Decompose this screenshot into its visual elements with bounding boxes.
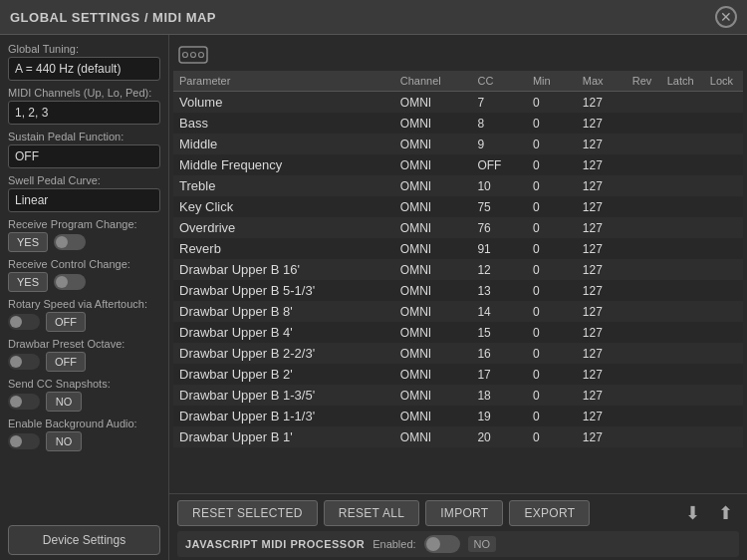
cell-lock — [704, 322, 743, 343]
cell-lock — [704, 154, 743, 175]
receive-pc-toggle[interactable] — [54, 234, 86, 250]
cell-max: 127 — [577, 134, 626, 154]
cell-max: 127 — [577, 385, 626, 406]
table-row[interactable]: Drawbar Upper B 1-1/3' OMNI 19 0 127 — [173, 406, 743, 426]
bg-audio-value[interactable]: NO — [46, 431, 82, 451]
cell-channel: OMNI — [394, 217, 472, 238]
table-row[interactable]: Drawbar Upper B 16' OMNI 12 0 127 — [173, 259, 743, 280]
col-header-parameter: Parameter — [173, 71, 394, 92]
upload-icon-button[interactable]: ⬆ — [712, 500, 739, 526]
table-row[interactable]: Reverb OMNI 91 0 127 — [173, 238, 743, 259]
cell-lock — [704, 196, 743, 217]
cell-cc: 91 — [471, 238, 526, 259]
rotary-value[interactable]: OFF — [46, 312, 86, 332]
cell-rev — [626, 322, 661, 343]
midi-table-container[interactable]: Parameter Channel CC Min Max Rev Latch L… — [173, 71, 743, 493]
download-icon-button[interactable]: ⬇ — [679, 500, 706, 526]
receive-cc-value[interactable]: YES — [8, 272, 48, 292]
cell-parameter: Bass — [173, 113, 394, 134]
drawbar-value[interactable]: OFF — [46, 352, 86, 372]
cell-channel: OMNI — [394, 175, 472, 196]
receive-cc-label: Receive Control Change: — [8, 258, 160, 270]
cell-cc: OFF — [471, 154, 526, 175]
bg-audio-label: Enable Background Audio: — [8, 418, 160, 429]
cell-max: 127 — [577, 364, 626, 385]
cell-latch — [661, 364, 704, 385]
table-row[interactable]: Drawbar Upper B 4' OMNI 15 0 127 — [173, 322, 743, 343]
table-row[interactable]: Drawbar Upper B 5-1/3' OMNI 13 0 127 — [173, 280, 743, 301]
cell-channel: OMNI — [394, 426, 472, 447]
global-tuning-section: Global Tuning: A = 440 Hz (default) — [8, 43, 160, 81]
cell-latch — [661, 92, 704, 114]
device-settings-button[interactable]: Device Settings — [8, 525, 160, 555]
js-processor-toggle[interactable] — [424, 535, 460, 553]
receive-cc-toggle[interactable] — [54, 274, 86, 290]
window-title: GLOBAL SETTINGS / MIDI MAP — [10, 10, 216, 25]
reset-selected-button[interactable]: RESET SELECTED — [177, 500, 318, 526]
table-row[interactable]: Drawbar Upper B 8' OMNI 14 0 127 — [173, 301, 743, 322]
cell-latch — [661, 385, 704, 406]
rotary-label: Rotary Speed via Aftertouch: — [8, 298, 160, 310]
cell-parameter: Overdrive — [173, 217, 394, 238]
reset-all-button[interactable]: RESET ALL — [324, 500, 420, 526]
rotary-row: OFF — [8, 312, 160, 332]
cell-channel: OMNI — [394, 134, 472, 154]
swell-value[interactable]: Linear — [8, 188, 160, 212]
cell-parameter: Volume — [173, 92, 394, 114]
receive-cc-knob — [56, 276, 68, 288]
cell-min: 0 — [527, 113, 577, 134]
send-cc-value[interactable]: NO — [46, 392, 82, 412]
cell-cc: 75 — [471, 196, 526, 217]
receive-cc-section: Receive Control Change: YES — [8, 258, 160, 292]
midi-channels-label: MIDI Channels (Up, Lo, Ped): — [8, 87, 160, 99]
table-row[interactable]: Volume OMNI 7 0 127 — [173, 92, 743, 114]
cell-cc: 12 — [471, 259, 526, 280]
send-cc-toggle[interactable] — [8, 394, 40, 410]
table-row[interactable]: Treble OMNI 10 0 127 — [173, 175, 743, 196]
table-row[interactable]: Overdrive OMNI 76 0 127 — [173, 217, 743, 238]
cell-min: 0 — [527, 175, 577, 196]
cell-latch — [661, 406, 704, 426]
cell-rev — [626, 259, 661, 280]
table-row[interactable]: Drawbar Upper B 2' OMNI 17 0 127 — [173, 364, 743, 385]
js-processor-status: NO — [468, 536, 497, 552]
receive-pc-row: YES — [8, 232, 160, 252]
cell-channel: OMNI — [394, 280, 472, 301]
sustain-value[interactable]: OFF — [8, 144, 160, 168]
cell-channel: OMNI — [394, 343, 472, 364]
cell-lock — [704, 238, 743, 259]
table-row[interactable]: Middle OMNI 9 0 127 — [173, 134, 743, 154]
cell-min: 0 — [527, 196, 577, 217]
table-row[interactable]: Middle Frequency OMNI OFF 0 127 — [173, 154, 743, 175]
table-row[interactable]: Drawbar Upper B 1' OMNI 20 0 127 — [173, 426, 743, 447]
send-cc-knob — [10, 396, 22, 408]
cell-max: 127 — [577, 280, 626, 301]
cell-max: 127 — [577, 238, 626, 259]
cell-channel: OMNI — [394, 92, 472, 114]
table-row[interactable]: Bass OMNI 8 0 127 — [173, 113, 743, 134]
table-row[interactable]: Drawbar Upper B 1-3/5' OMNI 18 0 127 — [173, 385, 743, 406]
table-row[interactable]: Drawbar Upper B 2-2/3' OMNI 16 0 127 — [173, 343, 743, 364]
table-row[interactable]: Key Click OMNI 75 0 127 — [173, 196, 743, 217]
drawbar-section: Drawbar Preset Octave: OFF — [8, 338, 160, 372]
cell-parameter: Drawbar Upper B 2-2/3' — [173, 343, 394, 364]
export-button[interactable]: EXPORT — [509, 500, 590, 526]
cell-parameter: Drawbar Upper B 1' — [173, 426, 394, 447]
receive-pc-value[interactable]: YES — [8, 232, 48, 252]
cell-lock — [704, 113, 743, 134]
send-cc-label: Send CC Snapshots: — [8, 378, 160, 390]
bg-audio-toggle[interactable] — [8, 433, 40, 449]
midi-channels-value[interactable]: 1, 2, 3 — [8, 101, 160, 125]
drawbar-toggle[interactable] — [8, 354, 40, 370]
cell-lock — [704, 92, 743, 114]
cell-lock — [704, 406, 743, 426]
cell-parameter: Drawbar Upper B 5-1/3' — [173, 280, 394, 301]
cell-channel: OMNI — [394, 113, 472, 134]
col-header-lock: Lock — [704, 71, 743, 92]
cell-rev — [626, 134, 661, 154]
import-button[interactable]: IMPORT — [425, 500, 503, 526]
close-button[interactable]: ✕ — [715, 6, 737, 28]
global-tuning-value[interactable]: A = 440 Hz (default) — [8, 57, 160, 81]
rotary-toggle[interactable] — [8, 314, 40, 330]
cell-latch — [661, 322, 704, 343]
